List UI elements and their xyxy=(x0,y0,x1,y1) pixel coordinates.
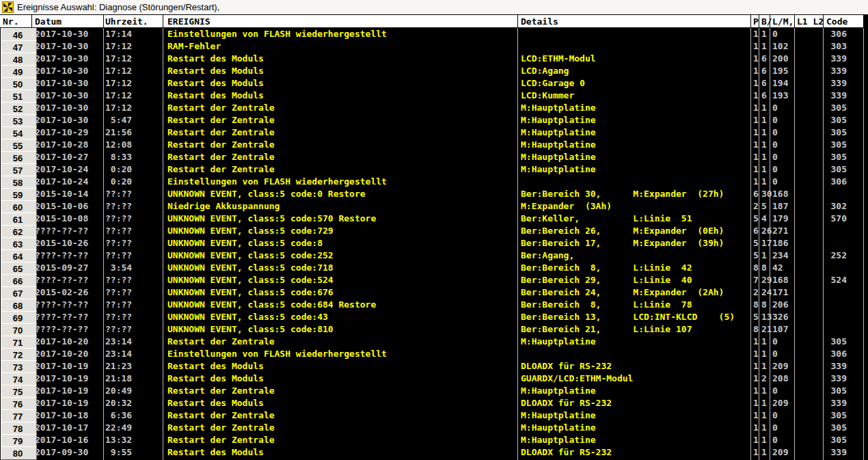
event-table-row[interactable]: 51 2017-10-30 17:12 Restart des Moduls L… xyxy=(0,90,863,102)
event-table-row[interactable]: 53 2017-10-30 5:47 Restart der Zentrale … xyxy=(0,114,863,126)
event-table-row[interactable]: 57 2017-10-24 0:20 Restart der Zentrale … xyxy=(0,163,863,176)
event-table-row[interactable]: 64 ????-??-?? ??:?? UNKNOWN EVENT, class… xyxy=(0,249,863,262)
cell-datum: 2017-10-20 xyxy=(32,336,106,348)
cell-details: M:Expander (3Ah) xyxy=(518,200,753,213)
cell-lm: 0 xyxy=(770,151,796,163)
cell-details: M:Hauptplatine xyxy=(518,102,753,114)
cell-datum: 2017-10-30 xyxy=(32,40,106,53)
event-table-row[interactable]: 73 2017-10-19 21:23 Restart des Moduls D… xyxy=(0,360,863,373)
cell-code: 339 xyxy=(824,90,847,102)
event-table-row[interactable]: 65 2015-09-27 3:54 UNKNOWN EVENT, class:… xyxy=(0,262,863,274)
event-table-row[interactable]: 49 2017-10-30 17:12 Restart des Moduls L… xyxy=(0,65,863,77)
header-divider xyxy=(163,15,163,29)
cell-l1l2 xyxy=(795,102,823,114)
cell-code xyxy=(824,286,847,299)
cell-details: M:Hauptplatine xyxy=(518,126,753,139)
event-table-row[interactable]: 77 2017-10-18 6:36 Restart der Zentrale … xyxy=(0,409,863,422)
event-table-row[interactable]: 62 ????-??-?? ??:?? UNKNOWN EVENT, class… xyxy=(0,225,863,237)
header-divider xyxy=(750,15,751,29)
cell-code: 524 xyxy=(824,274,847,286)
event-table-row[interactable]: 54 2017-10-29 21:56 Restart der Zentrale… xyxy=(0,126,863,139)
event-table-row[interactable]: 59 2015-10-14 ??:?? UNKNOWN EVENT, class… xyxy=(0,188,863,200)
cell-l1l2 xyxy=(795,286,823,299)
event-table-row[interactable]: 68 ????-??-?? ??:?? UNKNOWN EVENT, class… xyxy=(0,299,863,311)
event-table-row[interactable]: 47 2017-10-30 17:12 RAM-Fehler 1 1 102 3… xyxy=(0,40,863,53)
cell-uhrzeit: 22:49 xyxy=(104,422,163,434)
cell-uhrzeit: 21:56 xyxy=(104,126,163,139)
cell-datum: 2017-10-27 xyxy=(32,151,106,163)
cell-lm: 209 xyxy=(770,397,796,409)
cell-details: Ber:Bereich 24, M:Expander (2Ah) xyxy=(518,286,753,299)
cell-code xyxy=(824,237,847,249)
col-header-ereignis: EREIGNIS xyxy=(167,16,211,27)
cell-code: 305 xyxy=(824,409,847,422)
event-log-window: { "window": { "title": "Ereignisse Auswa… xyxy=(0,0,868,460)
cell-uhrzeit: ??:?? xyxy=(104,237,163,249)
cell-details: DLOADX für RS-232 xyxy=(518,446,753,459)
cell-code: 305 xyxy=(824,422,847,434)
cell-uhrzeit: 23:14 xyxy=(104,336,163,348)
event-table-row[interactable]: 76 2017-10-19 20:32 Restart des Moduls D… xyxy=(0,397,863,409)
cell-uhrzeit: 0:20 xyxy=(104,163,163,176)
event-table-row[interactable]: 78 2017-10-17 22:49 Restart der Zentrale… xyxy=(0,422,863,434)
event-table-row[interactable]: 71 2017-10-20 23:14 Restart der Zentrale… xyxy=(0,336,863,348)
event-table-row[interactable]: 50 2017-10-30 17:12 Restart des Moduls L… xyxy=(0,77,863,90)
event-table-row[interactable]: 79 2017-10-16 13:32 Restart der Zentrale… xyxy=(0,434,863,446)
event-table-row[interactable]: 52 2017-10-30 17:12 Restart der Zentrale… xyxy=(0,102,863,114)
event-table-row[interactable]: 67 2015-02-26 ??:?? UNKNOWN EVENT, class… xyxy=(0,286,863,299)
event-table-row[interactable]: 80 2017-09-30 9:55 Restart des Moduls DL… xyxy=(0,446,863,459)
cell-l1l2 xyxy=(795,434,823,446)
cell-code: 339 xyxy=(824,373,847,385)
cell-lm: 234 xyxy=(770,249,796,262)
cell-lm: 0 xyxy=(770,163,796,176)
window-title: Ereignisse Auswahl: Diagnose (Störungen/… xyxy=(17,2,219,12)
event-table-row[interactable]: 61 2015-10-08 ??:?? UNKNOWN EVENT, class… xyxy=(0,213,863,225)
cell-details: Ber:Agang, xyxy=(518,249,753,262)
event-table-row[interactable]: 48 2017-10-30 17:12 Restart des Moduls L… xyxy=(0,53,863,65)
event-table-row[interactable]: 58 2017-10-24 0:20 Einstellungen von FLA… xyxy=(0,176,863,188)
cell-datum: 2017-10-19 xyxy=(32,385,106,397)
cell-uhrzeit: 5:47 xyxy=(104,114,163,126)
cell-l1l2 xyxy=(795,90,823,102)
cell-datum: 2017-10-30 xyxy=(32,114,106,126)
cell-uhrzeit: 17:12 xyxy=(104,77,163,90)
cell-uhrzeit: 13:32 xyxy=(104,434,163,446)
event-log-icon xyxy=(2,1,14,13)
event-table-row[interactable]: 69 ????-??-?? ??:?? UNKNOWN EVENT, class… xyxy=(0,311,863,323)
event-table-row[interactable]: 66 ????-??-?? ??:?? UNKNOWN EVENT, class… xyxy=(0,274,863,286)
cell-ereignis: RAM-Fehler xyxy=(163,40,521,53)
cell-l1l2 xyxy=(795,188,823,200)
cell-details: M:Hauptplatine xyxy=(518,385,753,397)
cell-uhrzeit: 17:12 xyxy=(104,40,163,53)
cell-details: M:Hauptplatine xyxy=(518,114,753,126)
cell-code: 339 xyxy=(824,446,847,459)
event-table-row[interactable]: 63 2015-10-26 ??:?? UNKNOWN EVENT, class… xyxy=(0,237,863,249)
cell-datum: 2015-10-26 xyxy=(32,237,106,249)
col-header-uhrzeit: Uhrzeit. xyxy=(105,16,148,27)
cell-ereignis: Restart der Zentrale xyxy=(163,163,521,176)
event-table-row[interactable]: 75 2017-10-19 20:49 Restart der Zentrale… xyxy=(0,385,863,397)
event-table-row[interactable]: 74 2017-10-19 21:18 Restart des Moduls G… xyxy=(0,373,863,385)
cell-lm: 208 xyxy=(770,373,796,385)
cell-l1l2 xyxy=(795,40,823,53)
cell-datum: 2017-10-30 xyxy=(32,90,106,102)
event-table-row[interactable]: 60 2015-10-06 ??:?? Niedrige Akkuspannun… xyxy=(0,200,863,213)
cell-details: Ber:Bereich 26, M:Expander (0Eh) xyxy=(518,225,753,237)
cell-datum: 2017-09-30 xyxy=(32,446,106,459)
cell-l1l2 xyxy=(795,446,823,459)
cell-details xyxy=(518,348,753,360)
cell-ereignis: UNKNOWN EVENT, class:5 code:524 xyxy=(163,274,521,286)
cell-datum: ????-??-?? xyxy=(32,323,106,336)
event-table-row[interactable]: 56 2017-10-27 8:33 Restart der Zentrale … xyxy=(0,151,863,163)
event-table-row[interactable]: 55 2017-10-28 12:08 Restart der Zentrale… xyxy=(0,139,863,151)
header-divider xyxy=(103,15,104,29)
cell-code: 339 xyxy=(824,360,847,373)
cell-code: 339 xyxy=(824,77,847,90)
event-table-row[interactable]: 46 2017-10-30 17:14 Einstellungen von FL… xyxy=(0,28,863,40)
cell-details: Ber:Keller, L:Linie 51 xyxy=(518,213,753,225)
cell-ereignis: Restart der Zentrale xyxy=(163,151,521,163)
event-table-row[interactable]: 72 2017-10-20 23:14 Einstellungen von FL… xyxy=(0,348,863,360)
cell-details: LCD:Agang xyxy=(518,65,753,77)
cell-ereignis: Restart der Zentrale xyxy=(163,114,521,126)
event-table-row[interactable]: 70 ????-??-?? ??:?? UNKNOWN EVENT, class… xyxy=(0,323,863,336)
